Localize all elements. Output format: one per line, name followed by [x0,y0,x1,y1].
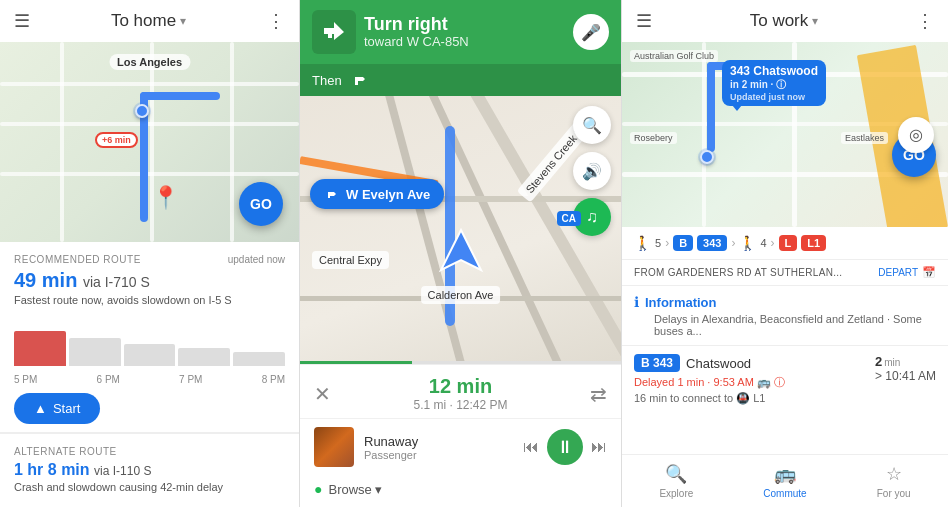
menu-icon[interactable]: ☰ [14,10,30,32]
eta-time: 12 min [413,375,507,398]
nav-direction: Turn right toward W CA-85N [312,10,573,54]
start-button[interactable]: ▲ Start [14,393,100,424]
for-you-tab[interactable]: ☆ For you [839,455,948,507]
depart-from: FROM GARDENERS RD AT SUTHERLAN... [634,267,842,278]
rosebery-label: Rosebery [630,132,677,144]
turn-right-icon [320,18,348,46]
go-button[interactable]: GO [239,182,283,226]
golf-club-label: Australian Golf Club [630,50,718,62]
right-menu-icon[interactable]: ☰ [636,10,652,32]
previous-button[interactable]: ⏮ [523,438,539,456]
traffic-chart [14,316,285,366]
svg-marker-0 [441,230,481,270]
alt-route-desc: Crash and slowdown causing 42-min delay [14,481,285,493]
middle-map: Stevens Creek Fwy Central Expy W Evelyn … [300,96,621,364]
eastlakes-label: Eastlakes [841,132,888,144]
sound-button[interactable]: 🔊 [573,152,611,190]
search-button[interactable]: 🔍 [573,106,611,144]
right-map: 343 Chatswood in 2 min · ⓘ Updated just … [622,42,948,227]
arrow-icon-1: › [665,236,669,250]
next-button[interactable]: ⏭ [591,438,607,456]
then-row: Then [300,64,621,96]
info-icon: ℹ [634,294,639,310]
info-section: ℹ Information Delays in Alexandria, Beac… [622,286,948,346]
spotify-icon: ● [314,481,322,497]
street-label-central: Central Expy [312,251,389,269]
chart-labels: 5 PM6 PM7 PM8 PM [14,374,285,385]
calendar-icon: 📅 [922,266,936,279]
arrow-icon-2: › [731,236,735,250]
right-panel: ☰ To work ▾ ⋮ 343 Chatswood in 2 min · ⓘ… [622,0,948,507]
left-header-title[interactable]: To home ▾ [111,11,186,31]
turn-instruction: W Evelyn Ave [310,179,444,209]
highway-ca-label: CA [557,211,581,226]
bottom-nav: 🔍 Explore 🚌 Commute ☆ For you [622,454,948,507]
commute-tab[interactable]: 🚌 Commute [731,455,840,507]
bus-info: B 343 Chatswood Delayed 1 min · 9:53 AM … [634,354,875,405]
callout-bubble: 343 Chatswood in 2 min · ⓘ Updated just … [722,60,826,106]
browse-button[interactable]: Browse ▾ [328,482,381,497]
time-bar: ✕ 12 min 5.1 mi · 12:42 PM ⇄ [300,365,621,418]
turn-arrow-box [312,10,356,54]
nav-direction-main: Turn right [364,15,469,35]
left-map: 📍 +6 min GO Los Angeles [0,42,299,242]
bus-header: B 343 Chatswood [634,354,875,372]
navigation-icon: ▲ [34,401,47,416]
alt-route-label: ALTERNATE ROUTE [14,446,285,457]
route-343-badge: 343 [697,235,727,251]
explore-tab[interactable]: 🔍 Explore [622,455,731,507]
bus-wait-label: min [884,357,900,368]
pause-button[interactable]: ⏸ [547,429,583,465]
to-work-label: To work [750,11,809,31]
bus-wait-min: 2 [875,354,882,369]
route-time: 49 min via I-710 S [14,269,285,292]
cancel-navigation-button[interactable]: ✕ [314,382,331,406]
spotify-bar: ● Browse ▾ [300,475,621,507]
route-desc: Fastest route now, avoids slowdown on I-… [14,294,285,306]
bus-section: B 343 Chatswood Delayed 1 min · 9:53 AM … [622,346,948,413]
more-icon[interactable]: ⋮ [267,10,285,32]
to-home-label: To home [111,11,176,31]
recommended-route: RECOMMENDED ROUTE updated now 49 min via… [0,242,299,433]
mic-button[interactable]: 🎤 [573,14,609,50]
distance-time: 5.1 mi · 12:42 PM [413,398,507,412]
walk-icon-2: 🚶 [739,235,756,251]
right-chevron-icon: ▾ [812,14,818,28]
arrow-icon-3: › [771,236,775,250]
turn-icon-small [324,186,340,202]
right-header: ☰ To work ▾ ⋮ [622,0,948,42]
left-panel: ☰ To home ▾ ⋮ 📍 +6 min GO Los Angeles [0,0,300,507]
chevron-icon: ▾ [375,482,382,497]
commute-icon: 🚌 [774,463,796,485]
route-change-button[interactable]: ⇄ [590,382,607,406]
bus-route-badge: B 343 [634,354,680,372]
album-art [314,427,354,467]
then-turn-icon [350,70,370,90]
then-label: Then [312,73,342,88]
track-name: Runaway [364,434,513,449]
alternate-route: ALTERNATE ROUTE 1 hr 8 min via I-110 S C… [0,433,299,505]
walk-icon-1: 🚶 [634,235,651,251]
depart-action[interactable]: DEPART 📅 [878,266,936,279]
time-info: 12 min 5.1 mi · 12:42 PM [413,375,507,412]
track-info: Runaway Passenger [364,434,513,461]
nav-direction-sub: toward W CA-85N [364,34,469,49]
compass-button[interactable]: ◎ [898,117,934,153]
info-text: Delays in Alexandria, Beaconsfield and Z… [634,313,936,337]
right-more-icon[interactable]: ⋮ [916,10,934,32]
bus-status: Delayed 1 min · 9:53 AM 🚌 ⓘ [634,375,875,390]
l-badge: L [779,235,798,251]
chevron-down-icon: ▾ [180,14,186,28]
middle-panel: Turn right toward W CA-85N 🎤 Then Steve [300,0,622,507]
for-you-icon: ☆ [886,463,902,485]
player-controls: ⏮ ⏸ ⏭ [523,429,607,465]
nav-arrow [436,225,486,279]
transit-modes: 🚶 5 › B 343 › 🚶 4 › L L1 [622,227,948,260]
info-header: ℹ Information [634,294,936,310]
left-header: ☰ To home ▾ ⋮ [0,0,299,42]
bus-times: 2 min > 10:41 AM [875,354,936,383]
bus-badge: B [673,235,693,251]
explore-icon: 🔍 [665,463,687,485]
right-header-title[interactable]: To work ▾ [750,11,819,31]
bus-arrive-time: > 10:41 AM [875,369,936,383]
